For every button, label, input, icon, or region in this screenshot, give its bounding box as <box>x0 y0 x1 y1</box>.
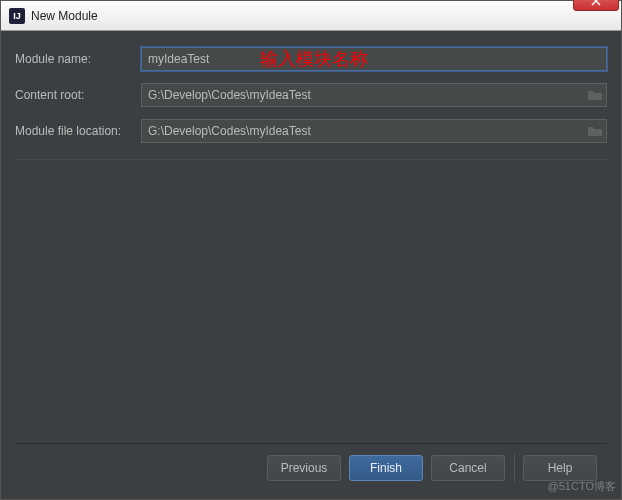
content-root-label: Content root: <box>15 88 141 102</box>
content-root-value: G:\Develop\Codes\myIdeaTest <box>148 88 311 102</box>
help-button[interactable]: Help <box>523 455 597 481</box>
titlebar[interactable]: IJ New Module <box>1 1 621 31</box>
row-content-root: Content root: G:\Develop\Codes\myIdeaTes… <box>15 83 607 107</box>
spacer <box>15 160 607 443</box>
folder-icon[interactable] <box>587 89 603 101</box>
close-button[interactable] <box>573 0 619 11</box>
row-module-file-location: Module file location: G:\Develop\Codes\m… <box>15 119 607 143</box>
module-file-location-label: Module file location: <box>15 124 141 138</box>
module-file-location-input[interactable]: G:\Develop\Codes\myIdeaTest <box>141 119 607 143</box>
module-file-location-value: G:\Develop\Codes\myIdeaTest <box>148 124 311 138</box>
dialog-window: IJ New Module Module name: Content root:… <box>0 0 622 500</box>
finish-button[interactable]: Finish <box>349 455 423 481</box>
window-title: New Module <box>31 9 573 23</box>
module-name-input[interactable] <box>141 47 607 71</box>
content-root-input[interactable]: G:\Develop\Codes\myIdeaTest <box>141 83 607 107</box>
watermark: @51CTO博客 <box>548 479 616 494</box>
module-name-label: Module name: <box>15 52 141 66</box>
folder-icon[interactable] <box>587 125 603 137</box>
button-bar: Previous Finish Cancel Help <box>15 443 607 491</box>
close-icon <box>591 0 601 6</box>
cancel-button[interactable]: Cancel <box>431 455 505 481</box>
previous-button[interactable]: Previous <box>267 455 341 481</box>
dialog-content: Module name: Content root: G:\Develop\Co… <box>1 31 621 499</box>
app-icon: IJ <box>9 8 25 24</box>
row-module-name: Module name: <box>15 47 607 71</box>
